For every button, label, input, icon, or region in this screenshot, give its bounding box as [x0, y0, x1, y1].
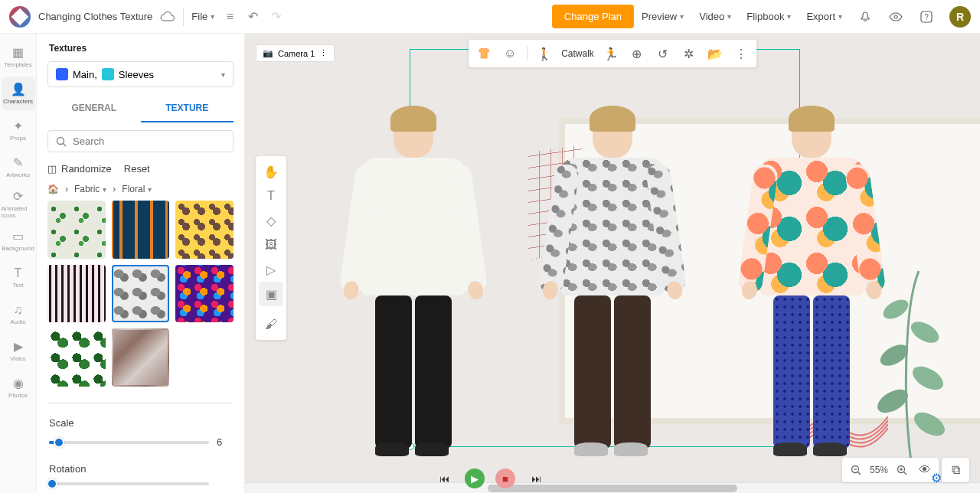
svg-text:?: ?: [924, 13, 929, 21]
dice-icon: ◫: [47, 163, 57, 175]
texture-thumb[interactable]: [47, 265, 106, 323]
shape-tool-icon[interactable]: ◇: [259, 208, 283, 233]
play-button[interactable]: ▶: [465, 469, 485, 488]
export-menu[interactable]: Export▾: [806, 11, 842, 22]
walk-icon[interactable]: 🚶: [535, 44, 554, 63]
chip-sleeves: [102, 68, 114, 80]
rail-artworks[interactable]: ✎Artworks: [2, 150, 35, 184]
rail-label: Background: [2, 245, 34, 252]
run-icon[interactable]: 🏃: [602, 44, 620, 63]
prev-button[interactable]: ⏮: [434, 469, 454, 488]
rail-label: Characters: [3, 98, 33, 105]
rail-text[interactable]: TText: [2, 260, 35, 294]
hamburger-icon[interactable]: ≡: [222, 9, 237, 24]
undo-icon[interactable]: ↶: [245, 9, 260, 24]
avatar-initial: R: [956, 11, 964, 23]
face-icon[interactable]: ☺: [501, 44, 519, 63]
video-menu[interactable]: Video▾: [699, 11, 731, 22]
rail-animated-icons[interactable]: ⟳Animated Icons: [2, 187, 35, 220]
redo-icon[interactable]: ↷: [268, 9, 283, 24]
randomize-button[interactable]: ◫ Randomize: [47, 163, 112, 175]
tshirt-icon[interactable]: [475, 44, 493, 63]
user-avatar[interactable]: R: [949, 6, 971, 28]
rail-characters[interactable]: 👤Characters: [2, 77, 35, 110]
breadcrumb-fabric[interactable]: Fabric ▾: [74, 184, 106, 194]
zoom-out-icon[interactable]: [847, 461, 865, 479]
svg-point-10: [910, 408, 949, 441]
breadcrumb-floral[interactable]: Floral ▾: [122, 184, 152, 194]
character-1[interactable]: [337, 110, 490, 470]
preview-label: Preview: [642, 11, 677, 22]
video-label: Video: [699, 11, 724, 22]
texture-thumb[interactable]: [47, 201, 106, 259]
breadcrumb-home[interactable]: 🏠: [47, 184, 59, 194]
person-icon[interactable]: ✲: [680, 44, 698, 63]
texture-thumb[interactable]: [112, 201, 170, 259]
rail-video[interactable]: ▶Video: [2, 334, 35, 367]
more-icon[interactable]: ⋮: [732, 44, 750, 63]
character-2[interactable]: [536, 110, 689, 470]
text-tool-icon[interactable]: T: [259, 184, 283, 208]
rotation-slider[interactable]: [49, 482, 209, 485]
rail-photos[interactable]: ◉Photos: [2, 371, 35, 404]
flipbook-menu[interactable]: Flipbook▾: [746, 11, 791, 22]
rail-props[interactable]: ✦Props: [2, 113, 35, 147]
tab-texture[interactable]: TEXTURE: [141, 95, 234, 122]
zoom-level: 55%: [870, 465, 888, 475]
character-3[interactable]: [735, 110, 888, 470]
search-input[interactable]: [47, 130, 234, 152]
app-logo[interactable]: [9, 6, 31, 28]
parts-dropdown[interactable]: Main, Sleeves ▾: [47, 61, 234, 87]
layer-tool-icon[interactable]: ▣: [259, 282, 283, 306]
rewind-icon[interactable]: ↺: [654, 44, 672, 63]
rail-background[interactable]: ▭Background: [2, 224, 35, 257]
photo-icon: ◉: [13, 376, 24, 390]
rail-audio[interactable]: ♫Audio: [2, 297, 35, 331]
reset-button[interactable]: Reset: [124, 163, 150, 175]
texture-thumb[interactable]: [112, 265, 170, 323]
stop-button[interactable]: ■: [495, 469, 515, 488]
file-menu[interactable]: File▾: [191, 11, 214, 22]
eye-preview-icon[interactable]: [888, 9, 903, 24]
copy-icon[interactable]: ⧉: [946, 461, 965, 479]
texture-thumb[interactable]: [47, 328, 106, 387]
cloud-sync-icon[interactable]: [160, 11, 175, 22]
camera-menu-icon[interactable]: ⋮: [319, 48, 328, 58]
image-tool-icon[interactable]: 🖼: [259, 233, 283, 257]
texture-thumb[interactable]: [175, 201, 234, 259]
walk-label: Catwalk: [561, 48, 594, 59]
folder-icon[interactable]: 📂: [706, 44, 724, 63]
canvas-left-tools: ✋ T ◇ 🖼 ▷ ▣ 🖌: [256, 156, 286, 340]
play-tool-icon[interactable]: ▷: [259, 257, 283, 282]
canvas[interactable]: 📷 Camera 1 ⋮ ☺ 🚶 Catwalk 🏃 ⊕ ↺ ✲ 📂 ⋮ ✋ T…: [245, 34, 980, 493]
panel-section-title: Textures: [37, 34, 244, 58]
bell-icon[interactable]: [858, 9, 873, 24]
change-plan-button[interactable]: Change Plan: [552, 5, 634, 28]
horizontal-scrollbar[interactable]: [245, 482, 980, 493]
texture-thumb[interactable]: [112, 328, 170, 387]
help-icon[interactable]: ?: [919, 9, 934, 24]
camera-label[interactable]: 📷 Camera 1 ⋮: [256, 44, 335, 62]
chevron-down-icon: ▾: [221, 70, 225, 79]
settings-gear-icon[interactable]: ⚙: [931, 471, 942, 485]
character-icon: 👤: [11, 82, 26, 96]
scale-slider[interactable]: [49, 441, 209, 444]
breadcrumb: 🏠 › Fabric ▾ › Floral ▾: [37, 178, 244, 198]
search-field[interactable]: [73, 135, 225, 147]
svg-point-0: [894, 15, 897, 18]
texture-thumb[interactable]: [175, 265, 234, 323]
globe-icon[interactable]: ⊕: [628, 44, 646, 63]
dropdown-part1: Main,: [73, 69, 97, 80]
camera-icon: 📷: [263, 48, 273, 58]
zoom-in-icon[interactable]: [893, 461, 911, 479]
divider: [49, 403, 232, 403]
canvas-toolbar: ☺ 🚶 Catwalk 🏃 ⊕ ↺ ✲ 📂 ⋮: [469, 40, 756, 67]
brush-tool-icon[interactable]: 🖌: [259, 312, 283, 337]
next-button[interactable]: ⏭: [526, 469, 546, 488]
hand-tool-icon[interactable]: ✋: [259, 159, 283, 184]
rail-label: Audio: [10, 318, 25, 325]
rail-label: Templates: [4, 61, 31, 68]
tab-general[interactable]: GENERAL: [47, 95, 141, 122]
rail-templates[interactable]: ▦Templates: [2, 40, 35, 73]
preview-menu[interactable]: Preview▾: [642, 11, 684, 22]
